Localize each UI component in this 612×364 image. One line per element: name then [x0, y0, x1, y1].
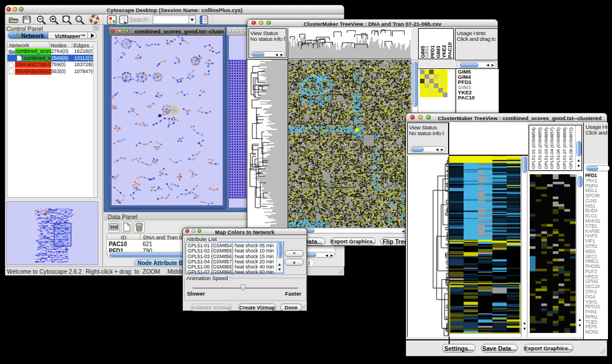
svg-text:1:1: 1:1	[77, 18, 81, 21]
svg-text:Search:: Search:	[129, 17, 149, 23]
